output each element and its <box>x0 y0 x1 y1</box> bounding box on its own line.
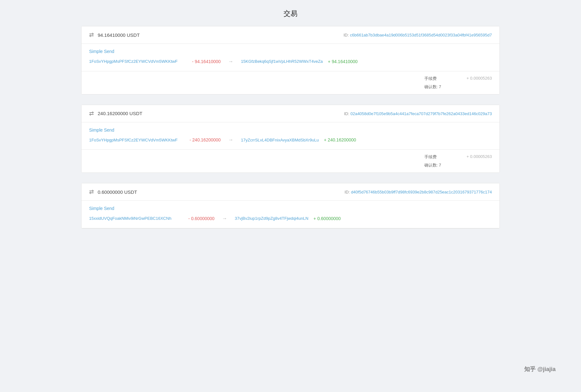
tx-header-left: ⇄ 0.60000000 USDT <box>89 188 137 195</box>
tx-id-value[interactable]: 02a4058d0e7f105e9b5a4c441a7feca707d279f7… <box>350 111 492 116</box>
tx-id-value[interactable]: d40f5d76746b55b03b9ff7d98fc6939e2b8c987d… <box>351 190 492 194</box>
swap-icon: ⇄ <box>89 188 94 195</box>
amount-in: + 240.16200000 <box>324 137 362 142</box>
page-title: 交易 <box>0 0 581 26</box>
tx-id-label: ID: <box>344 111 350 116</box>
amount-out: - 0.60000000 <box>176 216 214 221</box>
tx-header: ⇄ 94.16410000 USDT ID: c6b661ab7b3dbae4a… <box>82 26 499 44</box>
tx-id-value[interactable]: c6b661ab7b3dbae4a19d006b5153d51f3685d54d… <box>350 33 492 37</box>
tx-footer-row: 手续费 确认数: 7 + 0.00005263 <box>89 154 492 168</box>
amount-out: - 94.16410000 <box>183 59 221 64</box>
arrow-icon: → <box>222 216 227 221</box>
tx-footer: 手续费 确认数: 7 + 0.00005263 <box>82 71 499 94</box>
simple-send-label: Simple Send <box>89 206 492 211</box>
tx-header-left: ⇄ 94.16410000 USDT <box>89 31 140 38</box>
simple-send-label: Simple Send <box>89 49 492 54</box>
tx-footer: 手续费 确认数: 7 + 0.00005263 <box>82 150 499 173</box>
tx-amount: 94.16410000 USDT <box>98 32 140 38</box>
transaction-card: ⇄ 0.60000000 USDT ID: d40f5d76746b55b03b… <box>81 183 500 229</box>
tx-amount: 0.60000000 USDT <box>98 189 137 195</box>
swap-icon: ⇄ <box>89 110 94 117</box>
tx-amount: 240.16200000 USDT <box>98 111 142 116</box>
confirm-label: 确认数: 7 <box>424 84 441 90</box>
arrow-icon: → <box>228 59 233 64</box>
footer-left: 手续费 确认数: 7 <box>424 76 441 90</box>
from-address[interactable]: 1FoSvYHpgpMsPFSfCz2EYWCVdVm5WKKtwF <box>89 137 178 143</box>
tx-row: 1FoSvYHpgpMsPFSfCz2EYWCVdVm5WKKtwF - 240… <box>89 137 492 143</box>
tx-header-left: ⇄ 240.16200000 USDT <box>89 110 142 117</box>
transaction-card: ⇄ 240.16200000 USDT ID: 02a4058d0e7f105e… <box>81 105 500 173</box>
tx-body: Simple Send 1FoSvYHpgpMsPFSfCz2EYWCVdVm5… <box>82 44 499 71</box>
tx-id-label: ID: <box>344 190 351 194</box>
footer-left: 手续费 确认数: 7 <box>424 154 441 168</box>
fee-label: 手续费 <box>424 76 441 82</box>
swap-icon: ⇄ <box>89 31 94 38</box>
amount-in: + 0.60000000 <box>313 216 351 221</box>
simple-send-label: Simple Send <box>89 127 492 133</box>
to-address[interactable]: 15KGfzBekq6qSjf1wVpLHhR52WWxT4veZa <box>241 58 323 65</box>
tx-id-section: ID: 02a4058d0e7f105e9b5a4c441a7feca707d2… <box>344 111 492 116</box>
tx-id-section: ID: d40f5d76746b55b03b9ff7d98fc6939e2b8c… <box>344 189 492 194</box>
to-address[interactable]: 17yZcrrSLvL4DBFnixAvyaXBMdSbXr9uLu <box>241 137 319 143</box>
from-address[interactable]: 1FoSvYHpgpMsPFSfCz2EYWCVdVm5WKKtwF <box>89 58 178 65</box>
amount-out: - 240.16200000 <box>183 137 221 142</box>
tx-id-label: ID: <box>343 33 350 37</box>
tx-header: ⇄ 0.60000000 USDT ID: d40f5d76746b55b03b… <box>82 183 499 201</box>
from-address[interactable]: 15xxidUVQqFoakNMiv9iNrGwPEBC16XCNh <box>89 215 171 222</box>
watermark: 知乎 @jiajia <box>524 365 556 373</box>
tx-header: ⇄ 240.16200000 USDT ID: 02a4058d0e7f105e… <box>82 105 499 122</box>
confirm-label: 确认数: 7 <box>424 162 441 168</box>
fee-value: + 0.00005263 <box>454 76 492 81</box>
transaction-card: ⇄ 94.16410000 USDT ID: c6b661ab7b3dbae4a… <box>81 26 500 95</box>
amount-in: + 94.16410000 <box>328 59 366 64</box>
tx-footer-row: 手续费 确认数: 7 + 0.00005263 <box>89 76 492 90</box>
tx-body: Simple Send 15xxidUVQqFoakNMiv9iNrGwPEBC… <box>82 201 499 228</box>
tx-row: 15xxidUVQqFoakNMiv9iNrGwPEBC16XCNh - 0.6… <box>89 215 492 222</box>
tx-id-section: ID: c6b661ab7b3dbae4a19d006b5153d51f3685… <box>343 32 492 37</box>
tx-body: Simple Send 1FoSvYHpgpMsPFSfCz2EYWCVdVm5… <box>82 122 499 150</box>
fee-value: + 0.00005263 <box>454 154 492 159</box>
arrow-icon: → <box>228 137 233 143</box>
to-address[interactable]: 37vjBv2iup1rpZd9pZg8v4TFjwdqi4unLN <box>235 215 308 222</box>
fee-label: 手续费 <box>424 154 441 160</box>
tx-row: 1FoSvYHpgpMsPFSfCz2EYWCVdVm5WKKtwF - 94.… <box>89 58 492 65</box>
